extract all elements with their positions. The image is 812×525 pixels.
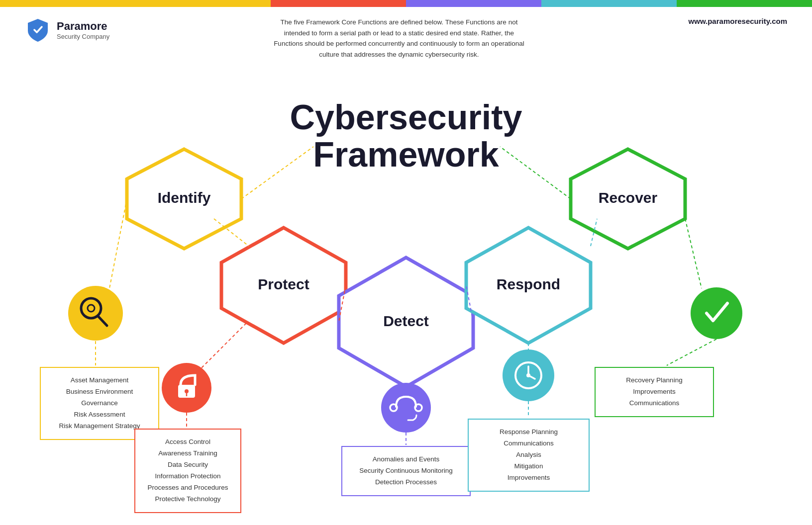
protect-label: Protect bbox=[258, 276, 309, 292]
line-recover-circle-box bbox=[667, 339, 716, 365]
recover-label: Recover bbox=[599, 189, 658, 206]
recover-circle bbox=[691, 287, 742, 339]
logo-shield-icon bbox=[25, 17, 51, 43]
diagram-svg: Cybersecurity Framework Identify Protect… bbox=[0, 70, 812, 497]
company-subtitle: Security Company bbox=[57, 33, 109, 40]
diagram-area: Cybersecurity Framework Identify Protect… bbox=[0, 70, 812, 497]
line-identify-circle bbox=[109, 199, 127, 288]
bar-cyan bbox=[541, 0, 677, 7]
bar-yellow2 bbox=[135, 0, 271, 7]
header-description: The five Framework Core Functions are de… bbox=[270, 17, 528, 60]
line-identify-title bbox=[241, 147, 313, 199]
respond-label: Respond bbox=[497, 276, 560, 292]
header: Paramore Security Company The five Frame… bbox=[0, 7, 812, 65]
logo-text: Paramore Security Company bbox=[57, 20, 109, 40]
identify-circle bbox=[68, 286, 123, 341]
line-recover-circle bbox=[685, 219, 702, 288]
top-color-bar bbox=[0, 0, 812, 7]
bar-red bbox=[271, 0, 406, 7]
bar-yellow bbox=[0, 0, 135, 7]
detect-circle bbox=[381, 383, 431, 433]
company-name: Paramore bbox=[57, 20, 109, 33]
bar-green bbox=[677, 0, 812, 7]
identify-label: Identify bbox=[158, 189, 211, 206]
line-protect-circle bbox=[202, 323, 246, 368]
line-recover-title bbox=[500, 147, 571, 199]
detect-label: Detect bbox=[383, 313, 429, 329]
logo-area: Paramore Security Company bbox=[25, 17, 109, 43]
title-line2: Framework bbox=[313, 135, 499, 174]
svg-point-4 bbox=[185, 389, 189, 393]
title-line1: Cybersecurity bbox=[290, 98, 522, 137]
bar-purple bbox=[406, 0, 541, 7]
website-url: www.paramoresecurity.com bbox=[689, 17, 787, 25]
